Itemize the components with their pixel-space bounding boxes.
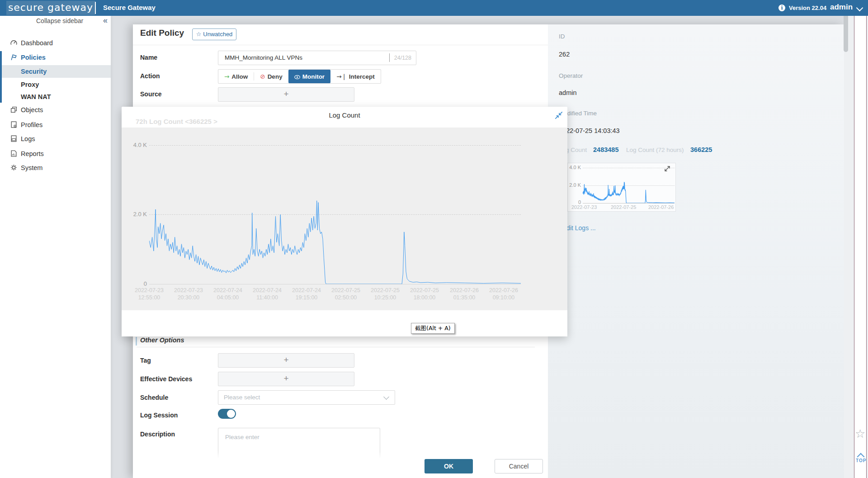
- logs-doc-icon: [10, 135, 18, 142]
- x-axis-ticks: 2022-07-2312:55:002022-07-2320:30:002022…: [122, 287, 567, 305]
- drawer-title: Edit Policy: [140, 28, 184, 38]
- source-label: Source: [140, 90, 161, 98]
- section-divider: [137, 347, 535, 347]
- schedule-placeholder: Please select: [224, 394, 260, 401]
- policies-flag-icon: [10, 53, 18, 61]
- overlay-footer: [122, 310, 567, 336]
- action-monitor-button-selected[interactable]: Monitor: [288, 70, 331, 83]
- other-options-header: Other Options: [140, 336, 184, 344]
- chart-line: [149, 145, 521, 284]
- description-label: Description: [140, 431, 175, 438]
- y-tick-2k: 2.0 K: [122, 211, 147, 218]
- reports-doc-chart-icon: [10, 150, 18, 157]
- active-section-accent-bar: [0, 51, 2, 103]
- schedule-select[interactable]: Please select: [218, 390, 395, 405]
- dashboard-gauge-icon: [10, 39, 18, 47]
- chart-subtitle: 72h Log Count <366225 >: [136, 118, 217, 125]
- chevron-down-icon: [383, 394, 389, 400]
- tag-label: Tag: [140, 357, 151, 364]
- sidebar-item-proxy[interactable]: Proxy: [0, 78, 111, 91]
- sidebar-item-policies[interactable]: Policies: [0, 51, 111, 64]
- sidebar-item-dashboard[interactable]: Dashboard: [0, 37, 111, 49]
- info-icon[interactable]: i: [778, 5, 785, 11]
- collapse-sidebar-button[interactable]: Collapse sidebar «: [0, 16, 111, 28]
- y-tick-0: 0: [122, 280, 147, 287]
- favorite-star-icon[interactable]: ☆: [855, 427, 865, 440]
- brand-logo: secure gateway: [6, 1, 95, 15]
- effective-devices-add-button[interactable]: +: [218, 372, 354, 386]
- name-label: Name: [140, 54, 157, 61]
- unwatched-button[interactable]: ☆Unwatched: [192, 28, 236, 40]
- log-count-value[interactable]: 2483485: [593, 146, 618, 153]
- top-bar: secure gateway Secure Gateway i Version …: [0, 0, 868, 16]
- log-count-72h-value[interactable]: 366225: [690, 146, 712, 153]
- modified-time-value: 2022-07-25 14:03:43: [559, 127, 620, 134]
- sidebar-item-wan-nat[interactable]: WAN NAT: [0, 90, 111, 103]
- app-title: Secure Gateway: [103, 4, 156, 11]
- description-placeholder: Please enter: [225, 434, 259, 440]
- sidebar-item-profiles[interactable]: Profiles: [0, 118, 111, 131]
- name-input[interactable]: MMH_Mornitoring ALL VPNs 24/128: [218, 51, 416, 65]
- cancel-button[interactable]: Cancel: [495, 459, 543, 473]
- screenshot-tooltip: 截图(Alt + A): [411, 323, 455, 334]
- mini-xtick: 2022-07-25: [611, 204, 636, 210]
- secure-gateway-app: secure gateway Secure Gateway i Version …: [0, 0, 868, 478]
- mini-chart-line: [583, 168, 675, 203]
- collapse-icon[interactable]: [554, 110, 564, 120]
- user-menu[interactable]: admin: [830, 3, 853, 12]
- name-value: MMH_Mornitoring ALL VPNs: [225, 54, 302, 61]
- effective-devices-label: Effective Devices: [140, 375, 192, 383]
- right-rail: [854, 16, 867, 478]
- action-intercept-button[interactable]: →❘Intercept: [330, 70, 381, 83]
- double-chevron-left-icon: «: [103, 16, 108, 25]
- chevron-down-icon[interactable]: [856, 5, 863, 12]
- log-count-chart-overlay: Log Count 72h Log Count <366225 > 4.0 K …: [122, 107, 567, 336]
- operator-label: Operator: [559, 72, 583, 79]
- mini-xtick: 2022-07-23: [571, 204, 597, 210]
- log-session-label: Log Session: [140, 412, 178, 419]
- x-tick: 2022-07-2609:10:00: [479, 287, 528, 301]
- section-accent-bar: [136, 337, 137, 345]
- mini-ytick: 2.0 K: [569, 182, 581, 188]
- toggle-knob: [227, 410, 235, 418]
- action-deny-button[interactable]: ⊘Deny: [254, 70, 288, 83]
- name-char-counter: 24/128: [394, 55, 411, 61]
- back-to-top-button[interactable]: TOP: [856, 454, 866, 463]
- star-outline-icon: ☆: [196, 31, 202, 38]
- axis-baseline: [149, 284, 521, 284]
- action-allow-button[interactable]: →Allow: [218, 70, 254, 83]
- allow-arrow-icon: →: [224, 73, 229, 80]
- mini-xtick: 2022-07-26: [648, 204, 674, 210]
- tag-add-button[interactable]: +: [218, 353, 354, 368]
- expand-icon[interactable]: [664, 165, 671, 172]
- source-add-button[interactable]: +: [218, 87, 354, 102]
- log-session-toggle-on[interactable]: [218, 409, 236, 419]
- sidebar-item-security[interactable]: Security: [0, 65, 111, 78]
- text-cursor: [389, 53, 390, 62]
- sidebar: Dashboard Policies Security Proxy WAN NA…: [0, 16, 111, 478]
- action-button-group: →Allow ⊘Deny Monitor →❘Intercept: [218, 69, 381, 84]
- objects-icon: [10, 106, 18, 114]
- header-divider: [133, 45, 548, 45]
- id-value: 262: [559, 51, 570, 58]
- sidebar-item-system[interactable]: System: [0, 161, 111, 174]
- deny-prohibit-icon: ⊘: [260, 73, 265, 80]
- action-label: Action: [140, 72, 160, 80]
- scrollbar-thumb[interactable]: [844, 14, 848, 52]
- axis-baseline: [583, 203, 675, 204]
- schedule-label: Schedule: [140, 394, 168, 401]
- log-count-mini-chart[interactable]: 4.0 K 2.0 K 0 2022-07-23 2022-07-25 2022…: [567, 163, 676, 212]
- intercept-arrow-bar-icon: →❘: [336, 73, 347, 80]
- sidebar-item-objects[interactable]: Objects: [0, 104, 111, 116]
- ok-button[interactable]: OK: [425, 459, 473, 473]
- mini-ytick: 4.0 K: [569, 165, 581, 170]
- version-label: Version 22.04: [789, 5, 826, 11]
- y-tick-4k: 4.0 K: [122, 142, 147, 148]
- log-count-72h-label: Log Count (72 hours): [626, 147, 684, 153]
- sidebar-item-reports[interactable]: Reports: [0, 147, 111, 160]
- monitor-eye-icon: [294, 73, 300, 80]
- id-label: ID: [559, 33, 565, 40]
- operator-value: admin: [559, 89, 577, 96]
- drawer-footer: [133, 451, 548, 478]
- sidebar-item-logs[interactable]: Logs: [0, 133, 111, 145]
